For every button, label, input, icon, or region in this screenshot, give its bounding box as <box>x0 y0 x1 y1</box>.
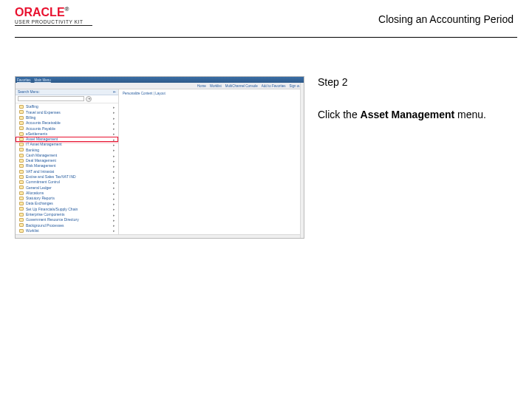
folder-icon <box>19 202 24 205</box>
folder-icon <box>19 229 24 233</box>
menu-item-label: Set Up Financials/Supply Chain <box>26 207 78 212</box>
menu-item-label: Risk Management <box>26 163 55 168</box>
instruction-line: Click the Asset Management menu. <box>318 109 517 120</box>
menu-item-risk-management[interactable]: Risk Management▸ <box>16 163 118 168</box>
menu-item-label: VAT and Intrastat <box>26 169 54 174</box>
menu-item-label: General Ledger <box>26 185 52 191</box>
menu-item-cash-management[interactable]: Cash Management▸ <box>16 153 118 158</box>
menu-item-banking[interactable]: Banking▸ <box>16 147 118 152</box>
menu-item-label: Excise and Sales Tax/VAT IND <box>26 174 76 180</box>
menu-item-label: IT Asset Management <box>26 142 62 147</box>
menu-item-accounts-payable[interactable]: Accounts Payable▸ <box>16 126 118 131</box>
folder-icon <box>19 197 24 200</box>
menu-item-it-asset-management[interactable]: IT Asset Management▸ <box>16 142 118 147</box>
menu-item-label: Asset Management <box>26 137 58 142</box>
folder-icon <box>19 110 24 114</box>
menu-item-staffing[interactable]: Staffing▸ <box>16 104 118 109</box>
personalize-link[interactable]: Personalize Content | Layout <box>123 92 300 95</box>
menu-item-worklist[interactable]: Worklist▸ <box>16 228 118 233</box>
instr-suffix: menu. <box>454 109 486 120</box>
menu-item-excise-and-sales-tax-vat-ind[interactable]: Excise and Sales Tax/VAT IND▸ <box>16 174 118 180</box>
brand-text: ORACLE <box>15 6 65 18</box>
subbrand-text: USER PRODUCTIVITY KIT <box>15 19 92 26</box>
folder-icon <box>19 143 24 146</box>
menu-item-commitment-control[interactable]: Commitment Control▸ <box>16 180 118 185</box>
menu-item-label: Accounts Payable <box>26 126 55 132</box>
folder-icon <box>19 207 24 211</box>
folder-icon <box>19 132 24 136</box>
menu-item-billing[interactable]: Billing▸ <box>16 115 118 120</box>
menu-item-deal-management[interactable]: Deal Management▸ <box>16 158 118 163</box>
favorites-link[interactable]: Favorites <box>17 78 31 82</box>
nav-worklist[interactable]: Worklist <box>210 84 222 88</box>
horizontal-scrollbar[interactable] <box>16 234 300 238</box>
folder-icon <box>19 223 24 227</box>
menu-item-label: Data Exchanges <box>26 201 53 206</box>
menu-item-general-ledger[interactable]: General Ledger▸ <box>16 185 118 190</box>
menu-item-background-processes[interactable]: Background Processes▸ <box>16 222 118 228</box>
menu-item-label: Worklist <box>26 228 39 233</box>
shot-nav-bar: Home Worklist MultiChannel Console Add t… <box>16 83 304 89</box>
menu-item-set-up-financials-supply-chain[interactable]: Set Up Financials/Supply Chain▸ <box>16 206 118 211</box>
folder-icon <box>19 159 24 163</box>
folder-icon <box>19 175 24 179</box>
content-area: Favorites Main Menu Home Worklist MultiC… <box>0 38 532 239</box>
nav-multichannel[interactable]: MultiChannel Console <box>225 84 258 88</box>
shot-body: Search Menu: ⇤ ➜ Staffing▸Travel and Exp… <box>16 89 304 238</box>
folder-icon <box>19 170 24 174</box>
instr-prefix: Click the <box>318 109 361 120</box>
menu-item-enterprise-components[interactable]: Enterprise Components▸ <box>16 212 118 217</box>
menu-item-accounts-receivable[interactable]: Accounts Receivable▸ <box>16 120 118 126</box>
menu-item-label: Accounts Receivable <box>26 120 61 126</box>
folder-icon <box>19 137 24 141</box>
sidebar-header: Search Menu: ⇤ <box>16 89 118 95</box>
menu-item-allocations[interactable]: Allocations▸ <box>16 191 118 196</box>
folder-icon <box>19 121 24 125</box>
folder-icon <box>19 154 24 157</box>
folder-icon <box>19 164 24 168</box>
brand-block: ORACLE® USER PRODUCTIVITY KIT <box>15 6 92 26</box>
vertical-scrollbar[interactable] <box>300 83 304 238</box>
folder-icon <box>19 213 24 216</box>
search-go-icon[interactable]: ➜ <box>86 96 92 102</box>
folder-icon <box>19 148 24 151</box>
folder-icon <box>19 126 24 130</box>
folder-icon <box>19 105 24 109</box>
shot-top-bar: Favorites Main Menu <box>16 77 304 83</box>
menu-item-asset-management[interactable]: Asset Management▸ <box>16 137 118 142</box>
menu-item-statutory-reports[interactable]: Statutory Reports▸ <box>16 196 118 201</box>
menu-item-data-exchanges[interactable]: Data Exchanges▸ <box>16 201 118 206</box>
main-menu-link[interactable]: Main Menu <box>35 78 51 82</box>
menu-item-label: Travel and Expenses <box>26 110 61 115</box>
instruction-panel: Step 2 Click the Asset Management menu. <box>318 76 517 239</box>
instr-emphasis: Asset Management <box>361 109 455 120</box>
sidebar-search-row: ➜ <box>16 95 118 102</box>
menu-item-travel-and-expenses[interactable]: Travel and Expenses▸ <box>16 109 118 115</box>
page-header: ORACLE® USER PRODUCTIVITY KIT Closing an… <box>0 0 532 37</box>
menu-item-label: Background Processes <box>26 223 64 228</box>
menu-item-label: Allocations <box>26 191 44 196</box>
oracle-logo: ORACLE® <box>15 6 92 19</box>
collapse-icon[interactable]: ⇤ <box>113 90 116 94</box>
step-label: Step 2 <box>318 76 517 88</box>
menu-item-government-resource-directory[interactable]: Government Resource Directory▸ <box>16 217 118 222</box>
registered-mark: ® <box>65 6 69 13</box>
search-input[interactable] <box>18 96 84 101</box>
menu-item-vat-and-intrastat[interactable]: VAT and Intrastat▸ <box>16 168 118 174</box>
menu-item-esettlements[interactable]: eSettlements▸ <box>16 131 118 136</box>
nav-add-fav[interactable]: Add to Favorites <box>262 84 286 88</box>
nav-home[interactable]: Home <box>197 84 206 88</box>
app-screenshot: Favorites Main Menu Home Worklist MultiC… <box>15 76 304 239</box>
folder-icon <box>19 180 24 184</box>
menu-item-label: Statutory Reports <box>26 196 55 201</box>
folder-icon <box>19 185 24 189</box>
menu-item-label: Enterprise Components <box>26 212 65 217</box>
menu-list: Staffing▸Travel and Expenses▸Billing▸Acc… <box>16 103 118 238</box>
search-menu-label: Search Menu: <box>18 90 40 94</box>
menu-item-label: eSettlements <box>26 132 47 137</box>
menu-item-label: Billing <box>26 115 35 120</box>
menu-item-label: Deal Management <box>26 158 56 163</box>
menu-item-label: Commitment Control <box>26 180 60 185</box>
menu-item-label: Cash Management <box>26 153 57 158</box>
menu-item-label: Government Resource Directory <box>26 217 79 222</box>
